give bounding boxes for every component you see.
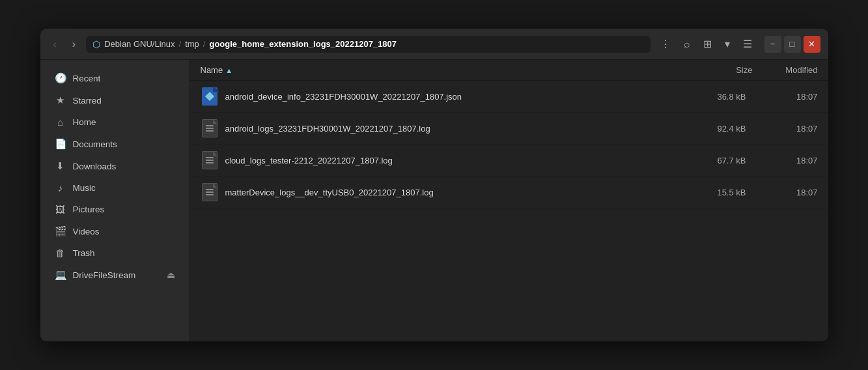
- log-line: [206, 194, 214, 195]
- breadcrumb-dir1: tmp: [185, 39, 199, 49]
- sidebar-label-home: Home: [73, 117, 96, 127]
- sidebar-label-downloads: Downloads: [73, 162, 117, 171]
- table-row[interactable]: cloud_logs_tester-2212_20221207_1807.log…: [190, 145, 828, 177]
- log-line: [206, 128, 214, 129]
- music-icon: ♪: [55, 182, 66, 193]
- log-line: [206, 162, 214, 164]
- home-icon: ⌂: [55, 117, 66, 128]
- maximize-button[interactable]: □: [784, 36, 801, 53]
- view-grid-button[interactable]: ⊞: [699, 35, 716, 53]
- file-name: android_device_info_23231FDH30001W_20221…: [225, 92, 675, 102]
- sidebar-label-trash: Trash: [73, 248, 95, 258]
- sidebar-label-starred: Starred: [73, 96, 102, 106]
- file-name: android_logs_23231FDH30001W_20221207_180…: [225, 124, 675, 134]
- pictures-icon: 🖼: [55, 204, 66, 215]
- file-manager-window: ‹ › ⬡ Debian GNU/Linux / tmp / google_ho…: [40, 29, 828, 341]
- star-icon: ★: [55, 94, 66, 106]
- file-icon-log: [201, 118, 219, 139]
- column-size[interactable]: Size: [688, 65, 753, 75]
- back-button[interactable]: ‹: [48, 36, 62, 53]
- main-content: 🕐 Recent ★ Starred ⌂ Home 📄 Documents ⬇ …: [40, 60, 828, 341]
- titlebar: ‹ › ⬡ Debian GNU/Linux / tmp / google_ho…: [40, 29, 828, 60]
- log-line: [206, 192, 214, 193]
- sidebar-label-music: Music: [73, 183, 96, 193]
- sidebar-item-downloads[interactable]: ⬇ Downloads: [44, 156, 186, 177]
- file-size: 67.7 kB: [681, 156, 746, 165]
- file-icon-json: [201, 86, 219, 107]
- column-name-label: Name: [201, 65, 223, 75]
- sidebar-item-home[interactable]: ⌂ Home: [44, 112, 186, 132]
- minimize-button[interactable]: −: [764, 36, 781, 53]
- file-panel: Name ▲ Size Modified: [190, 60, 828, 341]
- table-row[interactable]: android_logs_23231FDH30001W_20221207_180…: [190, 113, 828, 145]
- table-row[interactable]: matterDevice_logs__dev_ttyUSB0_20221207_…: [190, 177, 828, 208]
- log-line: [206, 160, 214, 161]
- sidebar-label-recent: Recent: [73, 74, 101, 83]
- column-modified[interactable]: Modified: [753, 65, 818, 75]
- breadcrumb-current: google_home_extension_logs_20221207_1807: [209, 39, 397, 49]
- forward-button[interactable]: ›: [67, 36, 81, 53]
- recent-icon: 🕐: [55, 72, 66, 84]
- search-button[interactable]: ⌕: [679, 36, 695, 53]
- sidebar-item-videos[interactable]: 🎬 Videos: [44, 221, 186, 242]
- close-button[interactable]: ✕: [804, 36, 820, 53]
- eject-button[interactable]: ⏏: [167, 270, 175, 280]
- sidebar-label-drive: DriveFileStream: [73, 270, 136, 280]
- breadcrumb-sep2: /: [203, 39, 206, 49]
- column-name[interactable]: Name ▲: [201, 65, 688, 75]
- breadcrumb-os: Debian GNU/Linux: [104, 39, 175, 49]
- downloads-icon: ⬇: [55, 160, 66, 172]
- file-modified: 18:07: [753, 124, 818, 134]
- view-chevron-button[interactable]: ▾: [720, 35, 735, 53]
- menu-button[interactable]: ⋮: [656, 35, 675, 53]
- breadcrumb-sep1: /: [179, 39, 182, 49]
- json-diamond: [204, 92, 214, 101]
- file-name: matterDevice_logs__dev_ttyUSB0_20221207_…: [225, 188, 675, 197]
- file-modified: 18:07: [753, 188, 818, 197]
- sidebar-item-trash[interactable]: 🗑 Trash: [44, 243, 186, 263]
- sidebar-item-starred[interactable]: ★ Starred: [44, 90, 186, 111]
- file-modified: 18:07: [753, 92, 818, 102]
- file-size: 92.4 kB: [681, 124, 746, 134]
- sidebar: 🕐 Recent ★ Starred ⌂ Home 📄 Documents ⬇ …: [40, 60, 190, 341]
- sidebar-item-drive[interactable]: 💻 DriveFileStream ⏏: [44, 264, 186, 285]
- sidebar-item-documents[interactable]: 📄 Documents: [44, 134, 186, 154]
- file-modified: 18:07: [753, 156, 818, 165]
- file-list-header: Name ▲ Size Modified: [190, 60, 828, 81]
- view-list-button[interactable]: ☰: [738, 35, 757, 53]
- sidebar-label-pictures: Pictures: [73, 205, 105, 214]
- log-line: [206, 157, 214, 158]
- sidebar-item-pictures[interactable]: 🖼 Pictures: [44, 199, 186, 220]
- sidebar-item-music[interactable]: ♪ Music: [44, 178, 186, 198]
- log-line: [206, 130, 214, 132]
- log-line: [206, 189, 214, 190]
- sort-arrow: ▲: [225, 66, 232, 74]
- log-line: [206, 125, 214, 126]
- file-name: cloud_logs_tester-2212_20221207_1807.log: [225, 156, 675, 165]
- os-icon: ⬡: [92, 39, 100, 50]
- breadcrumb[interactable]: ⬡ Debian GNU/Linux / tmp / google_home_e…: [86, 36, 650, 53]
- documents-icon: 📄: [55, 138, 66, 150]
- file-list: android_device_info_23231FDH30001W_20221…: [190, 81, 828, 341]
- file-size: 36.8 kB: [681, 92, 746, 102]
- file-size: 15.5 kB: [681, 188, 746, 197]
- table-row[interactable]: android_device_info_23231FDH30001W_20221…: [190, 81, 828, 113]
- window-controls: − □ ✕: [764, 36, 820, 53]
- sidebar-label-videos: Videos: [73, 227, 100, 236]
- trash-icon: 🗑: [55, 248, 66, 259]
- sidebar-item-recent[interactable]: 🕐 Recent: [44, 68, 186, 89]
- titlebar-actions: ⋮ ⌕ ⊞ ▾ ☰: [656, 35, 757, 53]
- file-icon-log: [201, 150, 219, 171]
- sidebar-label-documents: Documents: [73, 139, 117, 149]
- drive-icon: 💻: [55, 269, 66, 281]
- videos-icon: 🎬: [55, 225, 66, 237]
- file-icon-log: [201, 182, 219, 203]
